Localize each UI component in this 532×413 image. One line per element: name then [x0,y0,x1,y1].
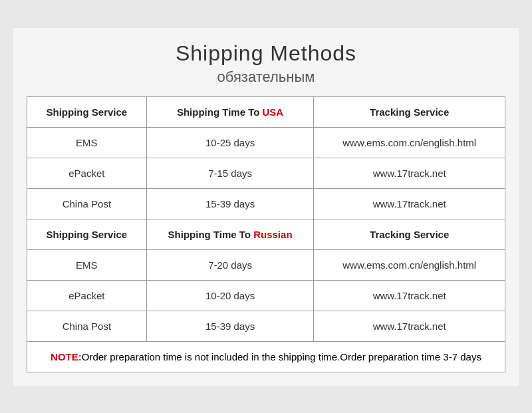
usa-r1-tracking: www.ems.com.cn/english.html [314,127,505,158]
usa-r3-service: China Post [27,188,147,219]
note-cell: NOTE:Order preparation time is not inclu… [27,341,505,372]
note-row: NOTE:Order preparation time is not inclu… [27,341,505,372]
main-container: Shipping Methods обязательным Shipping S… [13,28,519,386]
usa-r2-time: 7-15 days [146,158,314,188]
usa-header-time: Shipping Time To USA [146,96,314,127]
page-subtitle: обязательным [27,69,505,86]
russian-r3-service: China Post [27,311,147,341]
page-title: Shipping Methods [27,41,505,66]
note-label: NOTE: [51,351,82,362]
russian-r2-tracking: www.17track.net [314,280,505,311]
note-text: Order preparation time is not included i… [82,351,481,362]
usa-r3-tracking: www.17track.net [314,188,505,219]
usa-r2-tracking: www.17track.net [314,158,505,188]
usa-accent: USA [263,106,284,118]
russian-r1-tracking: www.ems.com.cn/english.html [314,249,505,280]
usa-r2-service: ePacket [27,158,147,188]
russian-header-tracking: Tracking Service [314,219,505,249]
usa-r1-time: 10-25 days [146,127,314,158]
usa-row-3: China Post 15-39 days www.17track.net [27,188,505,219]
russian-header-time: Shipping Time To Russian [146,219,314,249]
russian-r2-time: 10-20 days [146,280,314,311]
russian-r3-tracking: www.17track.net [314,311,505,341]
shipping-table: Shipping Service Shipping Time To USA Tr… [27,96,505,372]
russian-row-1: EMS 7-20 days www.ems.com.cn/english.htm… [27,249,505,280]
usa-header-row: Shipping Service Shipping Time To USA Tr… [27,96,505,127]
title-section: Shipping Methods обязательным [27,41,505,86]
usa-r1-service: EMS [27,127,147,158]
russian-r2-service: ePacket [27,280,147,311]
russian-r1-service: EMS [27,249,147,280]
russian-header-service: Shipping Service [27,219,147,249]
russian-row-2: ePacket 10-20 days www.17track.net [27,280,505,311]
russian-r3-time: 15-39 days [146,311,314,341]
usa-header-service: Shipping Service [27,96,147,127]
russian-time-label: Shipping Time To [168,229,254,240]
russian-row-3: China Post 15-39 days www.17track.net [27,311,505,341]
usa-time-label: Shipping Time To [177,106,263,118]
usa-header-tracking: Tracking Service [314,96,505,127]
russian-accent: Russian [253,229,292,240]
usa-row-2: ePacket 7-15 days www.17track.net [27,158,505,188]
russian-header-row: Shipping Service Shipping Time To Russia… [27,219,505,249]
russian-r1-time: 7-20 days [146,249,314,280]
usa-r3-time: 15-39 days [146,188,314,219]
usa-row-1: EMS 10-25 days www.ems.com.cn/english.ht… [27,127,505,158]
